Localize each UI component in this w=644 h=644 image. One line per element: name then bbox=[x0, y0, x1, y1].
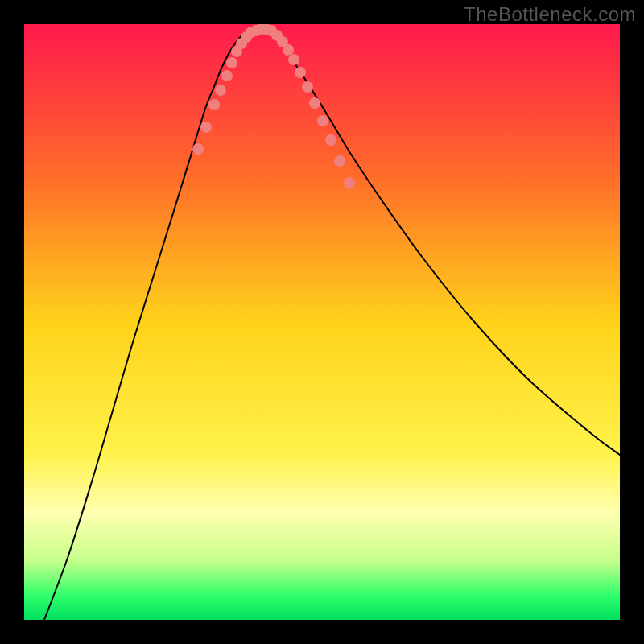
dot-right-dots bbox=[283, 44, 294, 56]
dot-right-dots bbox=[302, 81, 313, 93]
chart-svg bbox=[24, 24, 620, 620]
dot-right-dots bbox=[288, 54, 299, 65]
dot-right-dots bbox=[317, 115, 328, 126]
dot-left-dots bbox=[221, 70, 233, 81]
chart-container: TheBottleneck.com bbox=[0, 0, 644, 644]
dot-right-dots bbox=[295, 67, 306, 78]
dot-left-dots bbox=[192, 143, 204, 155]
plot-area bbox=[24, 24, 620, 620]
watermark-text: TheBottleneck.com bbox=[464, 3, 636, 26]
dot-left-dots bbox=[226, 57, 237, 68]
dot-right-dots bbox=[325, 134, 336, 146]
dot-right-dots bbox=[344, 177, 355, 188]
dot-right-dots bbox=[309, 97, 320, 109]
dot-left-dots bbox=[215, 85, 226, 96]
dot-left-dots bbox=[200, 122, 212, 133]
dot-left-dots bbox=[208, 99, 220, 110]
dot-right-dots bbox=[334, 155, 345, 167]
gradient-background bbox=[24, 24, 620, 620]
